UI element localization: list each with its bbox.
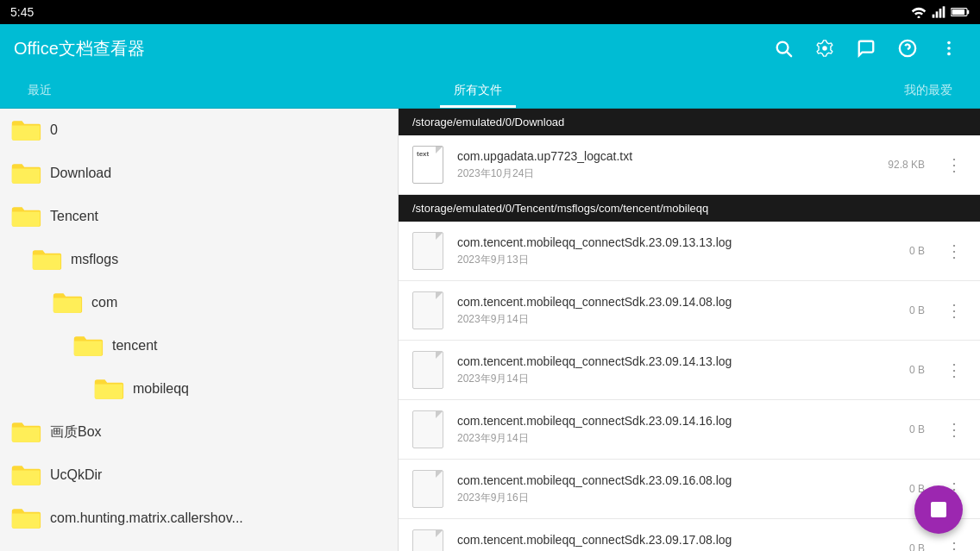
app-bar-actions bbox=[766, 31, 966, 66]
file-info-2: com.tencent.mobileqq_connectSdk.23.09.13… bbox=[457, 235, 899, 267]
search-button[interactable] bbox=[766, 31, 801, 66]
app-bar: Office文档查看器 bbox=[0, 24, 980, 72]
tree-item-ucqkdir[interactable]: UcQkDir bbox=[0, 454, 398, 497]
log-file-icon-5 bbox=[412, 410, 443, 448]
svg-rect-2 bbox=[936, 11, 939, 17]
file-icon-container-7 bbox=[409, 526, 447, 551]
file-name-3: com.tencent.mobileqq_connectSdk.23.09.14… bbox=[457, 295, 899, 309]
list-item[interactable]: com.tencent.mobileqq_connectSdk.23.09.17… bbox=[399, 519, 980, 551]
log-file-icon bbox=[412, 232, 443, 270]
tree-label-ucqkdir: UcQkDir bbox=[50, 467, 102, 483]
svg-rect-3 bbox=[939, 9, 942, 18]
file-info-6: com.tencent.mobileqq_connectSdk.23.09.16… bbox=[457, 473, 899, 505]
folder-icon-mobileqq bbox=[93, 376, 124, 402]
file-date-2: 2023年9月13日 bbox=[457, 253, 899, 267]
list-item[interactable]: com.tencent.mobileqq_connectSdk.23.09.16… bbox=[399, 460, 980, 519]
tree-label-download: Download bbox=[50, 166, 111, 181]
file-date-5: 2023年9月14日 bbox=[457, 431, 899, 446]
log-file-icon-3 bbox=[412, 291, 443, 329]
list-item[interactable]: com.tencent.mobileqq_connectSdk.23.09.14… bbox=[399, 341, 980, 400]
file-icon-container-5 bbox=[409, 407, 447, 452]
main-content: 0 Download Tencent bbox=[0, 109, 980, 551]
app-title: Office文档查看器 bbox=[14, 37, 145, 60]
folder-icon-com bbox=[52, 290, 83, 316]
fab-button[interactable] bbox=[914, 485, 963, 534]
tree-label-com: com bbox=[91, 295, 117, 310]
tree-item-mobileqq[interactable]: mobileqq bbox=[0, 367, 398, 410]
fab-icon bbox=[928, 499, 949, 520]
file-size-5: 0 B bbox=[909, 423, 925, 435]
tree-item-tencent[interactable]: Tencent bbox=[0, 195, 398, 238]
svg-rect-16 bbox=[931, 502, 946, 517]
tab-favorites[interactable]: 我的最爱 bbox=[890, 72, 966, 108]
txt-file-icon: text bbox=[412, 146, 443, 184]
svg-point-10 bbox=[822, 46, 827, 51]
file-size-4: 0 B bbox=[909, 364, 925, 376]
tree-label-msflogs: msflogs bbox=[71, 252, 118, 267]
file-info-4: com.tencent.mobileqq_connectSdk.23.09.14… bbox=[457, 354, 899, 386]
signal-icon bbox=[932, 6, 945, 18]
more-options-button-7[interactable]: ⋮ bbox=[939, 535, 970, 551]
file-size-2: 0 B bbox=[909, 245, 925, 257]
more-options-button-5[interactable]: ⋮ bbox=[939, 416, 970, 443]
folder-icon-huazhibox bbox=[10, 419, 41, 445]
folder-icon-ucqkdir bbox=[10, 462, 41, 488]
file-size: 92.8 KB bbox=[888, 159, 925, 171]
tree-item-msflogs[interactable]: msflogs bbox=[0, 238, 398, 281]
log-file-icon-7 bbox=[412, 529, 443, 551]
help-icon bbox=[898, 39, 917, 58]
list-item[interactable]: com.tencent.mobileqq_connectSdk.23.09.14… bbox=[399, 281, 980, 341]
tree-item-root[interactable]: 0 bbox=[0, 109, 398, 152]
status-time: 5:45 bbox=[10, 5, 34, 19]
more-options-button-4[interactable]: ⋮ bbox=[939, 356, 970, 384]
file-name-7: com.tencent.mobileqq_connectSdk.23.09.17… bbox=[457, 533, 899, 547]
svg-line-9 bbox=[787, 52, 791, 56]
svg-point-13 bbox=[947, 41, 951, 45]
tree-label-tencent-sub: tencent bbox=[112, 338, 157, 354]
tree-label-tencent: Tencent bbox=[50, 209, 98, 224]
list-item[interactable]: com.tencent.mobileqq_connectSdk.23.09.14… bbox=[399, 400, 980, 460]
tree-item-download[interactable]: Download bbox=[0, 152, 398, 195]
tree-item-tencent-sub[interactable]: tencent bbox=[0, 324, 398, 367]
file-info-7: com.tencent.mobileqq_connectSdk.23.09.17… bbox=[457, 533, 899, 552]
chat-icon bbox=[857, 39, 876, 58]
svg-rect-1 bbox=[933, 15, 935, 18]
file-icon-container: text bbox=[409, 142, 447, 187]
more-options-button-2[interactable]: ⋮ bbox=[939, 237, 970, 265]
file-info: com.upgadata.up7723_logcat.txt 2023年10月2… bbox=[457, 149, 877, 181]
folder-icon-tencent bbox=[10, 203, 41, 229]
file-size-7: 0 B bbox=[909, 542, 925, 551]
log-file-icon-6 bbox=[412, 470, 443, 508]
tree-label-huazhibox: 画质Box bbox=[50, 423, 102, 441]
tab-recent[interactable]: 最近 bbox=[14, 72, 66, 108]
file-icon-container-3 bbox=[409, 288, 447, 333]
more-button[interactable] bbox=[932, 31, 966, 66]
tab-bar: 最近 所有文件 我的最爱 bbox=[0, 72, 980, 109]
settings-button[interactable] bbox=[807, 31, 842, 66]
section-header-tencent: /storage/emulated/0/Tencent/msflogs/com/… bbox=[399, 195, 980, 222]
search-icon bbox=[774, 39, 793, 58]
svg-point-0 bbox=[918, 16, 920, 19]
tree-label-mobileqq: mobileqq bbox=[133, 381, 189, 397]
svg-rect-6 bbox=[967, 10, 969, 14]
tree-item-com[interactable]: com bbox=[0, 281, 398, 324]
file-date: 2023年10月24日 bbox=[457, 166, 877, 181]
file-name-4: com.tencent.mobileqq_connectSdk.23.09.14… bbox=[457, 354, 899, 368]
help-button[interactable] bbox=[890, 31, 925, 66]
tree-item-huazhibox[interactable]: 画质Box bbox=[0, 410, 398, 454]
svg-rect-4 bbox=[943, 6, 945, 17]
list-item[interactable]: com.tencent.mobileqq_connectSdk.23.09.13… bbox=[399, 222, 980, 281]
tab-all-files[interactable]: 所有文件 bbox=[440, 72, 516, 108]
file-date-3: 2023年9月14日 bbox=[457, 312, 899, 327]
list-item[interactable]: text com.upgadata.up7723_logcat.txt 2023… bbox=[399, 135, 980, 195]
chat-button[interactable] bbox=[849, 31, 883, 66]
more-options-button-3[interactable]: ⋮ bbox=[939, 297, 970, 324]
battery-icon bbox=[951, 6, 970, 18]
file-panel: /storage/emulated/0/Download text com.up… bbox=[399, 109, 980, 551]
more-options-button[interactable]: ⋮ bbox=[939, 151, 970, 178]
more-vertical-icon bbox=[939, 39, 958, 58]
tree-label-more: com.hunting.matrix.callershov... bbox=[50, 510, 243, 526]
wifi-icon bbox=[911, 6, 927, 18]
tree-item-more[interactable]: com.hunting.matrix.callershov... bbox=[0, 497, 398, 540]
folder-icon-more bbox=[10, 505, 41, 531]
